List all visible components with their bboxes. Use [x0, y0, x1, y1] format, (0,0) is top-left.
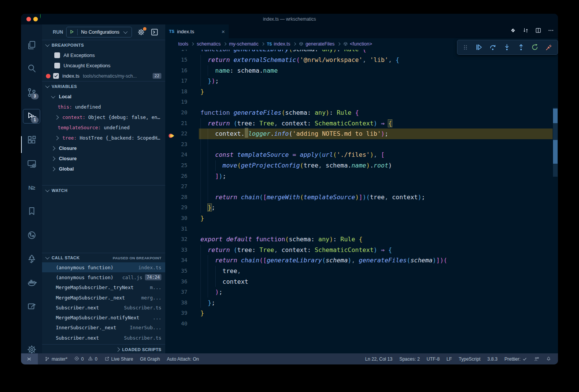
watch-header[interactable]: WATCH — [42, 185, 165, 195]
status-item[interactable]: Live Share — [104, 356, 133, 362]
breakpoint-checkbox[interactable] — [54, 63, 60, 68]
breakpoint-item[interactable]: All Exceptions — [42, 50, 165, 60]
breakpoint-item[interactable]: index.tstools/schematics/my-sch...22 — [42, 71, 165, 81]
status-item[interactable]: UTF-8 — [421, 356, 440, 362]
code-line-34[interactable]: 34 return chain([generateLibrary(schema)… — [165, 255, 553, 266]
open-changes-icon[interactable] — [510, 27, 516, 34]
call-stack-frame[interactable]: MergeMapSubscriber.notifyNext... — [42, 312, 165, 322]
continue-button[interactable] — [475, 44, 483, 51]
code-line-27[interactable]: 27 — [165, 181, 553, 192]
status-problems[interactable]: 00 — [74, 356, 97, 362]
restart-button[interactable] — [531, 44, 538, 51]
call-stack-frame[interactable]: (anonymous function)call.js74:24 — [42, 272, 165, 282]
step-out-button[interactable] — [517, 44, 525, 51]
code-line-19[interactable]: 19 — [165, 97, 553, 107]
disconnect-button[interactable] — [545, 44, 553, 51]
variables-header[interactable]: VARIABLES — [42, 81, 165, 91]
sidebar-item-docker[interactable] — [21, 273, 42, 292]
call-stack-frame[interactable]: Subscriber.nextSubscriber.ts — [42, 303, 165, 312]
breakpoint-checkbox[interactable] — [54, 52, 60, 58]
call-stack-frame[interactable]: MergeMapSubscriber._nextmerg... — [42, 293, 165, 303]
status-item[interactable]: Prettier: — [499, 356, 527, 362]
breadcrumb-item[interactable]: <function> — [343, 41, 372, 47]
variables-scope-row[interactable]: Global — [42, 164, 165, 174]
line-number[interactable]: 16 — [165, 65, 187, 76]
line-number[interactable]: 27 — [165, 181, 187, 192]
sidebar-item-project-share[interactable] — [21, 297, 42, 316]
scrollbar[interactable] — [553, 24, 558, 353]
line-number[interactable]: 29 — [165, 202, 187, 213]
line-number[interactable]: 17 — [165, 76, 187, 86]
code-line-28[interactable]: 28 return chain([mergeWith(templateSourc… — [165, 192, 553, 203]
line-number[interactable]: 30 — [165, 213, 187, 224]
status-item[interactable]: Spaces: 2 — [394, 356, 420, 362]
code-line-36[interactable]: 36 context — [165, 277, 553, 287]
sidebar-item-explorer[interactable] — [21, 36, 42, 54]
breakpoint-checkbox[interactable] — [53, 73, 59, 79]
variable-row[interactable]: templateSource: undefined — [42, 122, 165, 133]
line-number[interactable]: 28 — [165, 192, 187, 203]
code-line-26[interactable]: 26 ]); — [165, 171, 553, 182]
variables-scope-row[interactable]: Closure — [42, 153, 165, 164]
code-line-18[interactable]: 18} — [165, 86, 553, 97]
status-item[interactable]: LF — [441, 356, 452, 362]
sidebar-item-run-and-debug[interactable]: 1 — [21, 107, 42, 125]
sidebar-item-remote-explorer[interactable] — [21, 155, 42, 173]
open-debug-console-button[interactable] — [150, 28, 159, 36]
status-item[interactable]: 3.8.3 — [482, 356, 498, 362]
code-line-38[interactable]: 38 }; — [165, 298, 553, 308]
remote-indicator[interactable] — [21, 353, 38, 364]
launch-configuration-dropdown[interactable]: No Configurations — [66, 27, 132, 37]
code-line-37[interactable]: 37 ); — [165, 287, 553, 298]
step-into-button[interactable] — [503, 44, 511, 51]
breadcrumb-item[interactable]: schematics — [197, 41, 221, 47]
call-stack-frame[interactable]: MergeMapSubscriber._tryNextm... — [42, 283, 165, 293]
close-tab-icon[interactable]: × — [221, 29, 225, 34]
call-stack-frame[interactable]: Subscriber.nextSubscriber.ts — [42, 333, 165, 343]
line-number[interactable]: 34 — [165, 255, 187, 266]
sidebar-item-source-control[interactable]: 3 — [21, 83, 42, 102]
line-number[interactable]: 32 — [165, 234, 187, 245]
status-item[interactable]: Ln 22, Col 13 — [360, 356, 392, 362]
variable-row[interactable]: context: Object {debug: false, en… — [42, 112, 165, 122]
code-line-39[interactable]: 39} — [165, 308, 553, 319]
code-line-23[interactable]: 23 — [165, 139, 553, 150]
line-number[interactable]: 23 — [165, 139, 187, 150]
code-line-16[interactable]: 16 name: schema.name — [165, 65, 553, 76]
status-item[interactable]: master* — [45, 356, 67, 362]
tab-index-ts[interactable]: TS index.ts × — [165, 24, 229, 38]
status-item[interactable]: Git Graph — [140, 356, 160, 362]
line-number[interactable]: 33 — [165, 245, 187, 255]
code-line-17[interactable]: 17 }); — [165, 76, 553, 86]
code-line-33[interactable]: 33 return (tree: Tree, context: Schemati… — [165, 245, 553, 255]
status-item[interactable]: TypeScript — [454, 356, 481, 362]
line-number[interactable]: 24 — [165, 150, 187, 160]
code-line-31[interactable]: 31 — [165, 224, 553, 234]
code-line-25[interactable]: 25 move(getProjectConfig(tree, schema.na… — [165, 160, 553, 171]
call-stack-frame[interactable]: (anonymous function)index.ts — [42, 262, 165, 272]
line-number[interactable]: 15 — [165, 55, 187, 65]
line-number[interactable]: 20 — [165, 107, 187, 118]
code-line-15[interactable]: 15 return externalSchematic('@nrwl/works… — [165, 55, 553, 65]
sidebar-item-nx-console[interactable]: N≥ — [21, 178, 42, 197]
code-line-32[interactable]: 32export default function(schema: any): … — [165, 234, 553, 245]
line-number[interactable]: 18 — [165, 86, 187, 97]
variables-scope-row[interactable]: Local — [42, 91, 165, 102]
code-area[interactable]: 14function generateLibrary(schema: any):… — [165, 24, 558, 353]
status-item[interactable] — [541, 356, 551, 361]
debug-settings-button[interactable] — [137, 28, 145, 36]
code-line-29[interactable]: 29 }; — [165, 202, 553, 213]
sidebar-item-gitlens[interactable] — [21, 226, 42, 244]
sidebar-item-bookmarks[interactable] — [21, 202, 42, 220]
line-number[interactable]: 21 — [165, 118, 187, 129]
line-number[interactable]: 26 — [165, 171, 187, 182]
line-number[interactable]: 31 — [165, 224, 187, 234]
status-item[interactable]: Auto Attach: On — [167, 356, 199, 362]
breadcrumb-item[interactable]: TSindex.ts — [267, 41, 290, 47]
variable-row[interactable]: this: undefined — [42, 102, 165, 112]
split-editor-icon[interactable] — [535, 27, 542, 34]
loaded-scripts-header[interactable]: LOADED SCRIPTS — [42, 344, 165, 355]
code-line-40[interactable]: 40 — [165, 319, 553, 329]
sidebar-item-search[interactable] — [21, 59, 42, 78]
variables-scope-row[interactable]: Closure — [42, 143, 165, 153]
